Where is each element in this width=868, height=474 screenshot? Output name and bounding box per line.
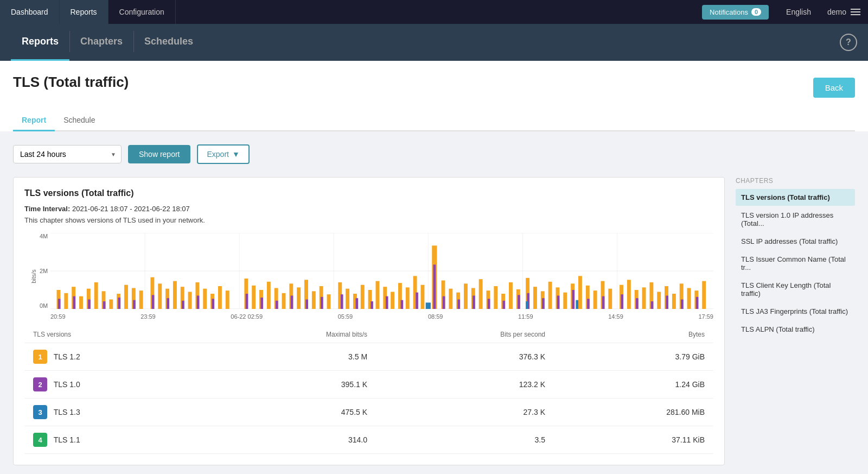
notifications-button[interactable]: Notifications 0 (702, 5, 769, 20)
svg-rect-89 (687, 288, 691, 309)
main-content-header: TLS (Total traffic) Back Report Schedule (0, 61, 868, 131)
right-sidebar: Chapters TLS versions (Total traffic)TLS… (725, 177, 855, 465)
svg-rect-73 (563, 293, 567, 309)
svg-rect-81 (627, 280, 631, 309)
svg-rect-130 (651, 301, 654, 309)
subnav-chapters[interactable]: Chapters (69, 24, 133, 61)
nav-configuration[interactable]: Configuration (108, 0, 176, 24)
cell-max-bits: 395.1 K (208, 371, 376, 399)
rank-badge: 4 (33, 433, 47, 447)
back-button[interactable]: Back (813, 78, 855, 98)
table-row: 3 TLS 1.3 475.5 K 27.3 K 281.60 MiB (24, 399, 713, 426)
svg-rect-54 (406, 287, 410, 309)
chapters-title: Chapters (736, 177, 855, 185)
svg-rect-114 (401, 300, 404, 309)
help-button[interactable]: ? (840, 34, 857, 51)
svg-rect-124 (557, 296, 560, 309)
y-axis-label: bits/s (30, 269, 37, 283)
nav-dashboard[interactable]: Dashboard (0, 0, 60, 24)
svg-rect-69 (533, 287, 537, 309)
cell-bytes: 37.11 KiB (554, 426, 713, 454)
svg-rect-26 (188, 292, 192, 309)
cell-bits-per-sec: 3.5 (376, 426, 554, 454)
svg-rect-16 (109, 300, 113, 309)
svg-rect-95 (103, 301, 106, 309)
svg-rect-87 (672, 294, 676, 309)
svg-rect-102 (212, 299, 214, 309)
svg-rect-46 (346, 289, 349, 309)
col-bytes: Bytes (554, 326, 713, 343)
tab-schedule[interactable]: Schedule (55, 110, 104, 131)
cell-name: 1 TLS 1.2 (24, 343, 208, 371)
cell-max-bits: 3.5 M (208, 343, 376, 371)
svg-rect-39 (297, 287, 301, 309)
chapter-link-tls-v10-ip[interactable]: TLS version 1.0 IP addresses (Total... (736, 207, 855, 232)
svg-rect-116 (443, 296, 445, 309)
chapter-link-tls-issuer[interactable]: TLS Issuer Common Name (Total tr... (736, 251, 855, 276)
chapter-link-tls-versions[interactable]: TLS versions (Total traffic) (736, 189, 855, 206)
col-max-bits: Maximal bits/s (208, 326, 376, 343)
table-row: 4 TLS 1.1 314.0 3.5 37.11 KiB (24, 426, 713, 454)
svg-rect-48 (361, 285, 365, 309)
subnav-schedules[interactable]: Schedules (133, 24, 204, 61)
rank-badge: 2 (33, 377, 47, 391)
language-selector[interactable]: English (777, 0, 820, 24)
svg-rect-104 (260, 298, 263, 309)
svg-rect-50 (375, 281, 379, 309)
show-report-button[interactable]: Show report (128, 145, 190, 163)
svg-rect-12 (79, 296, 83, 309)
svg-rect-126 (587, 299, 590, 309)
report-body: Last 24 hours Last 7 days Last 30 days C… (0, 131, 868, 474)
notifications-badge: 0 (751, 8, 761, 16)
rank-badge: 1 (33, 350, 47, 364)
cell-name: 2 TLS 1.0 (24, 371, 208, 399)
svg-rect-100 (182, 301, 184, 309)
report-area: TLS versions (Total traffic) Time Interv… (13, 177, 725, 465)
chapter-link-tls-ja3[interactable]: TLS JA3 Fingerprints (Total traffic) (736, 303, 855, 320)
tab-report[interactable]: Report (13, 110, 55, 131)
svg-rect-35 (267, 282, 271, 309)
svg-rect-56 (420, 285, 424, 309)
svg-rect-62 (479, 279, 483, 309)
time-select-wrapper: Last 24 hours Last 7 days Last 30 days C… (13, 145, 122, 163)
chapter-link-tls-client-key[interactable]: TLS Client Key Length (Total traffic) (736, 277, 855, 302)
traffic-chart (50, 233, 713, 309)
svg-rect-93 (73, 296, 76, 309)
table-row: 1 TLS 1.2 3.5 M 376.3 K 3.79 GiB (24, 343, 713, 371)
svg-rect-33 (252, 286, 256, 309)
svg-rect-60 (464, 283, 468, 309)
nav-reports[interactable]: Reports (60, 0, 108, 24)
cell-bytes: 281.60 MiB (554, 399, 713, 426)
svg-rect-43 (327, 294, 331, 309)
svg-rect-66 (509, 282, 513, 309)
svg-rect-101 (197, 296, 200, 309)
svg-rect-99 (167, 298, 169, 309)
data-table: TLS versions Maximal bits/s Bits per sec… (24, 326, 713, 454)
svg-rect-18 (124, 285, 128, 309)
svg-rect-64 (494, 286, 497, 309)
chapter-link-tls-alpn[interactable]: TLS ALPN (Total traffic) (736, 321, 855, 338)
time-interval: Time Interval: 2021-06-21 18:07 - 2021-0… (24, 205, 713, 213)
svg-rect-131 (666, 296, 668, 309)
svg-rect-24 (173, 281, 177, 309)
cell-bytes: 1.24 GiB (554, 371, 713, 399)
svg-rect-41 (312, 291, 316, 309)
svg-rect-127 (602, 296, 605, 309)
chapter-link-ssl-ip[interactable]: SSL IP addresses (Total traffic) (736, 233, 855, 250)
user-menu[interactable]: demo (820, 0, 868, 24)
svg-rect-31 (226, 290, 229, 309)
table-row: 2 TLS 1.0 395.1 K 123.2 K 1.24 GiB (24, 371, 713, 399)
svg-rect-58 (449, 289, 452, 309)
svg-rect-52 (391, 292, 394, 309)
svg-rect-83 (642, 287, 646, 309)
svg-rect-79 (608, 289, 612, 309)
svg-rect-110 (341, 294, 343, 309)
cell-bytes: 3.79 GiB (554, 343, 713, 371)
export-button[interactable]: Export ▼ (197, 144, 249, 164)
svg-rect-20 (139, 290, 143, 309)
time-select[interactable]: Last 24 hours Last 7 days Last 30 days C… (13, 145, 122, 163)
subnav-reports[interactable]: Reports (11, 24, 69, 61)
svg-rect-85 (657, 292, 661, 309)
svg-rect-37 (282, 293, 286, 309)
cell-max-bits: 475.5 K (208, 399, 376, 426)
